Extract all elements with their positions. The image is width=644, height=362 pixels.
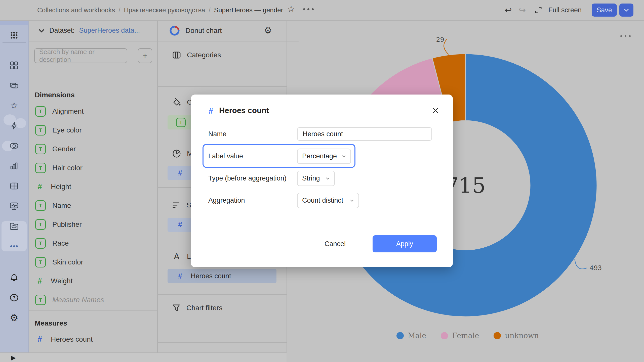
legend-item[interactable]: unknown: [494, 331, 539, 340]
string-field-icon: T: [35, 144, 46, 154]
legend-dot-unknown: [494, 332, 501, 339]
rail-item-tables[interactable]: [0, 178, 28, 194]
chip-label: Heroes count: [191, 272, 231, 280]
modal-close-button[interactable]: [429, 105, 441, 117]
funnel-icon: [172, 304, 180, 312]
rail-item-charts[interactable]: [0, 158, 28, 174]
string-field-icon: T: [35, 257, 46, 267]
rail-item-help[interactable]: ?: [0, 290, 28, 306]
rail-item-dashboards[interactable]: [0, 57, 28, 73]
apply-button[interactable]: Apply: [373, 235, 437, 252]
field-label: Skin color: [52, 258, 83, 266]
cancel-button[interactable]: Cancel: [320, 235, 350, 252]
rail-item-favorites[interactable]: ☆: [0, 98, 28, 114]
rail-item-storage[interactable]: [0, 218, 28, 234]
labels-chip-heroes-count[interactable]: # Heroes count: [168, 269, 276, 283]
select-value: Count distinct: [302, 197, 343, 204]
field-row[interactable]: T Hair color: [28, 158, 157, 177]
field-row[interactable]: T Publisher: [28, 215, 157, 234]
section-chart-filters[interactable]: Chart filters: [157, 300, 287, 316]
field-label: Race: [52, 239, 69, 247]
undo-icon[interactable]: ↩: [503, 5, 513, 15]
field-row[interactable]: # Height: [28, 177, 157, 196]
fullscreen-icon[interactable]: [533, 5, 543, 15]
search-input[interactable]: Search by name or description: [34, 48, 127, 63]
redo-icon[interactable]: ↪: [517, 5, 527, 15]
rail-item-apps-grid[interactable]: [0, 27, 28, 43]
rail-item-collections[interactable]: [0, 77, 28, 94]
sort-icon: [172, 202, 180, 208]
field-label: Weight: [51, 277, 73, 285]
dataset-header[interactable]: Dataset: SuperHeroes data...: [28, 20, 167, 41]
gear-icon: ⚙: [10, 313, 18, 323]
dataset-name-link[interactable]: SuperHeroes data...: [79, 27, 140, 34]
field-row[interactable]: # Weight: [28, 272, 157, 290]
rail-item-more[interactable]: [0, 238, 28, 254]
section-divider: [157, 294, 287, 295]
field-row[interactable]: T Name: [28, 196, 157, 215]
overlapping-circles-icon: [9, 142, 19, 150]
number-field-icon: #: [35, 277, 44, 286]
field-label: Name: [52, 202, 71, 210]
field-settings-modal: # Heroes count Name Heroes count Label v…: [191, 95, 453, 267]
svg-text:?: ?: [13, 295, 16, 300]
chart-type-header[interactable]: Donut chart ⚙: [157, 20, 299, 41]
legend-item[interactable]: Female: [441, 331, 479, 340]
lightning-icon: [10, 121, 18, 130]
section-categories[interactable]: Categories: [157, 47, 287, 63]
field-row[interactable]: T Skin color: [28, 253, 157, 272]
section-divider: [157, 342, 287, 343]
field-row[interactable]: T Eye color: [28, 121, 157, 140]
bell-icon: [10, 273, 18, 282]
fullscreen-label[interactable]: Full screen: [548, 0, 582, 20]
rail-item-editor[interactable]: [0, 118, 28, 134]
field-row[interactable]: T Gender: [28, 140, 157, 158]
label-connector: [444, 39, 449, 55]
label-value-select[interactable]: Percentage: [297, 149, 351, 164]
breadcrumb-item[interactable]: Практические руководства: [124, 6, 205, 14]
measure-field-icon: #: [35, 335, 44, 344]
type-field-label: Type (before aggregation): [208, 174, 287, 182]
save-button[interactable]: Save: [592, 4, 617, 17]
bar-chart-icon: [10, 162, 18, 170]
name-field-label: Name: [208, 130, 226, 138]
breadcrumb-current: SuperHeroes — gender: [214, 6, 283, 14]
field-label: Gender: [52, 145, 76, 153]
chart-type-label: Donut chart: [185, 27, 222, 35]
section-divider: [157, 86, 287, 87]
legend-dot-male: [396, 332, 404, 339]
measure-field-icon: #: [176, 272, 184, 280]
breadcrumb-item[interactable]: Collections and workbooks: [37, 6, 115, 14]
rail-item-monitoring[interactable]: [0, 198, 28, 214]
rail-item-connections[interactable]: [0, 138, 28, 154]
field-label: Hair color: [52, 164, 83, 172]
section-label: Categories: [187, 51, 221, 59]
field-row[interactable]: T Alignment: [28, 102, 157, 121]
expand-play-icon[interactable]: ▶: [11, 355, 16, 361]
legend-label: Female: [452, 331, 479, 340]
name-input[interactable]: Heroes count: [297, 127, 432, 141]
measure-field-icon: #: [209, 107, 213, 116]
save-menu-button[interactable]: [619, 4, 633, 17]
chart-settings-gear-icon[interactable]: ⚙: [264, 25, 272, 36]
add-field-button[interactable]: +: [138, 48, 152, 63]
legend-label: Male: [408, 331, 426, 340]
breadcrumb-more-icon[interactable]: [303, 6, 314, 13]
ellipsis-icon: [10, 245, 18, 248]
measure-field-icon: #: [176, 221, 184, 229]
legend-item[interactable]: Male: [396, 331, 426, 340]
rail-item-notifications[interactable]: [0, 269, 28, 286]
field-row[interactable]: T Race: [28, 234, 157, 253]
favorite-star-icon[interactable]: ☆: [287, 5, 295, 13]
star-icon: ☆: [10, 101, 18, 110]
field-row[interactable]: T Measure Names: [28, 290, 157, 309]
string-field-icon: T: [35, 125, 46, 135]
app-window: ☆: [0, 0, 644, 362]
aggregation-select[interactable]: Count distinct: [297, 193, 359, 208]
rail-item-settings[interactable]: ⚙: [0, 310, 28, 326]
field-row[interactable]: # Heroes count: [28, 330, 157, 349]
type-select[interactable]: String: [297, 171, 335, 186]
panel-divider: [28, 310, 157, 311]
number-field-icon: #: [35, 182, 44, 191]
field-label: Alignment: [52, 107, 84, 115]
